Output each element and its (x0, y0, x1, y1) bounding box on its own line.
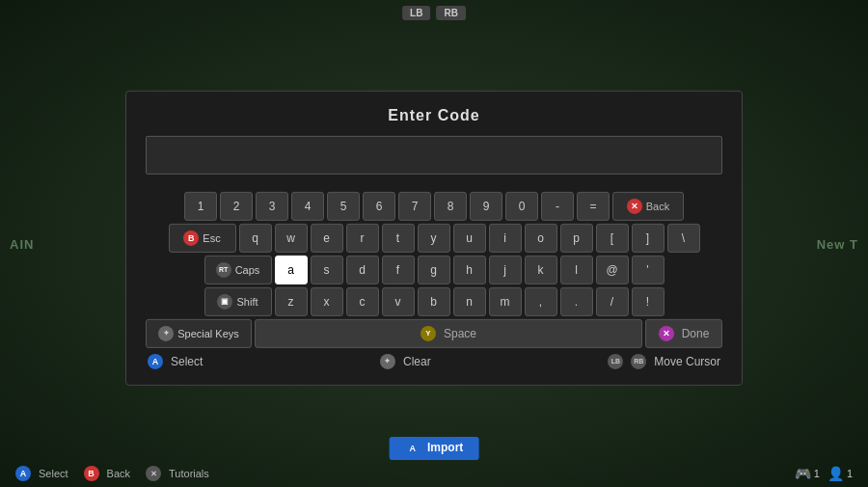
key-backslash[interactable]: \ (667, 223, 700, 252)
key-i[interactable]: i (489, 223, 522, 252)
bottom-action-back: B Back (84, 466, 130, 481)
esc-label: Esc (203, 231, 220, 243)
key-at[interactable]: @ (596, 255, 629, 284)
space-label: Space (444, 326, 476, 339)
key-7[interactable]: 7 (398, 191, 431, 220)
key-minus[interactable]: - (541, 191, 574, 220)
key-rbracket[interactable]: ] (632, 223, 665, 252)
bg-left-label: AIN (10, 236, 34, 251)
import-a-icon: A (405, 441, 420, 456)
key-slash[interactable]: / (596, 286, 629, 315)
rt-icon: RT (216, 261, 231, 277)
key-l[interactable]: l (560, 255, 593, 284)
key-n[interactable]: n (453, 286, 486, 315)
key-0[interactable]: 0 (505, 191, 538, 220)
action-move-cursor: LB RB Move Cursor (608, 353, 720, 368)
key-d[interactable]: d (346, 255, 379, 284)
select-label: Select (171, 354, 203, 367)
bottom-select-label: Select (39, 468, 68, 479)
import-button[interactable]: A Import (390, 437, 479, 460)
key-p[interactable]: p (560, 223, 593, 252)
clear-label: Clear (403, 354, 431, 367)
key-2[interactable]: 2 (220, 191, 253, 220)
key-9[interactable]: 9 (470, 191, 502, 220)
key-w[interactable]: w (275, 223, 308, 252)
key-lbracket[interactable]: [ (596, 223, 629, 252)
key-shift[interactable]: ▣ Shift (204, 286, 272, 315)
key-a[interactable]: a (275, 255, 308, 284)
b-icon: B (183, 230, 199, 245)
enter-code-modal: Enter Code 1 2 3 4 5 6 7 8 9 0 - = ✕ Bac… (125, 90, 743, 385)
shift-label: Shift (236, 295, 258, 307)
rb-move-icon: RB (631, 353, 646, 368)
key-comma[interactable]: , (525, 286, 557, 315)
key-h[interactable]: h (453, 255, 486, 284)
key-back[interactable]: ✕ Back (612, 191, 684, 220)
done-label: Done (682, 326, 710, 339)
special-icon: ✦ (158, 325, 174, 340)
key-v[interactable]: v (382, 286, 415, 315)
action-select: A Select (148, 353, 203, 368)
clear-icon: ✦ (380, 353, 395, 368)
key-f[interactable]: f (382, 255, 415, 284)
key-quote[interactable]: ' (632, 255, 665, 284)
move-cursor-label: Move Cursor (654, 354, 720, 367)
lb-move-icon: LB (608, 353, 623, 368)
key-o[interactable]: o (525, 223, 557, 252)
key-s[interactable]: s (311, 255, 343, 284)
caps-label: Caps (235, 263, 260, 275)
lb-button: LB (402, 6, 430, 20)
key-x[interactable]: x (311, 286, 343, 315)
import-label: Import (427, 441, 463, 454)
key-q[interactable]: q (239, 223, 272, 252)
key-8[interactable]: 8 (434, 191, 467, 220)
space-y-icon: Y (420, 325, 436, 340)
bg-right-label: New T (817, 236, 858, 251)
key-m[interactable]: m (489, 286, 522, 315)
key-6[interactable]: 6 (363, 191, 395, 220)
special-label: Special Keys (177, 327, 239, 338)
bottom-action-tutorials: ✕ Tutorials (146, 466, 209, 481)
bottom-right-icons: 🎮 1 👤 1 (795, 466, 853, 481)
key-exclaim[interactable]: ! (632, 286, 665, 315)
key-period[interactable]: . (560, 286, 593, 315)
back-icon: ✕ (627, 198, 642, 213)
key-j[interactable]: j (489, 255, 522, 284)
code-input-field[interactable] (146, 135, 722, 174)
key-z[interactable]: z (275, 286, 308, 315)
rb-button: RB (436, 6, 465, 20)
key-1[interactable]: 1 (184, 191, 217, 220)
bottom-b-icon: B (84, 466, 99, 481)
bottom-a-icon: A (15, 466, 31, 481)
key-k[interactable]: k (525, 255, 557, 284)
keyboard-row-qwerty: B Esc q w e r t y u i o p [ ] \ (146, 223, 722, 252)
key-3[interactable]: 3 (256, 191, 288, 220)
key-e[interactable]: e (311, 223, 343, 252)
key-t[interactable]: t (382, 223, 415, 252)
key-equals[interactable]: = (577, 191, 610, 220)
top-controller-buttons: LB RB (402, 6, 466, 20)
player-icon-1: 👤 1 (827, 466, 853, 481)
key-g[interactable]: g (418, 255, 450, 284)
key-4[interactable]: 4 (291, 191, 324, 220)
bottom-back-label: Back (107, 468, 130, 479)
key-esc[interactable]: B Esc (169, 223, 236, 252)
key-c[interactable]: c (346, 286, 379, 315)
key-y[interactable]: y (418, 223, 450, 252)
key-done[interactable]: ✕ Done (645, 318, 722, 347)
bottom-x-icon: ✕ (146, 466, 161, 481)
virtual-keyboard: 1 2 3 4 5 6 7 8 9 0 - = ✕ Back B Esc q w (146, 191, 722, 368)
key-5[interactable]: 5 (327, 191, 360, 220)
done-x-icon: ✕ (659, 325, 674, 340)
key-space[interactable]: Y Space (255, 318, 642, 347)
controller-icon-1: 🎮 1 (795, 466, 820, 481)
bottom-tutorials-label: Tutorials (169, 468, 209, 479)
key-special[interactable]: ✦ Special Keys (146, 318, 252, 347)
bottom-bar: A Select B Back ✕ Tutorials 🎮 1 👤 1 (0, 466, 868, 481)
key-caps[interactable]: RT Caps (204, 255, 272, 284)
key-u[interactable]: u (453, 223, 486, 252)
keyboard-row-zxcv: ▣ Shift z x c v b n m , . / ! (146, 286, 722, 315)
key-r[interactable]: r (346, 223, 379, 252)
key-b[interactable]: b (418, 286, 450, 315)
keyboard-row-special: ✦ Special Keys Y Space ✕ Done (146, 318, 722, 347)
